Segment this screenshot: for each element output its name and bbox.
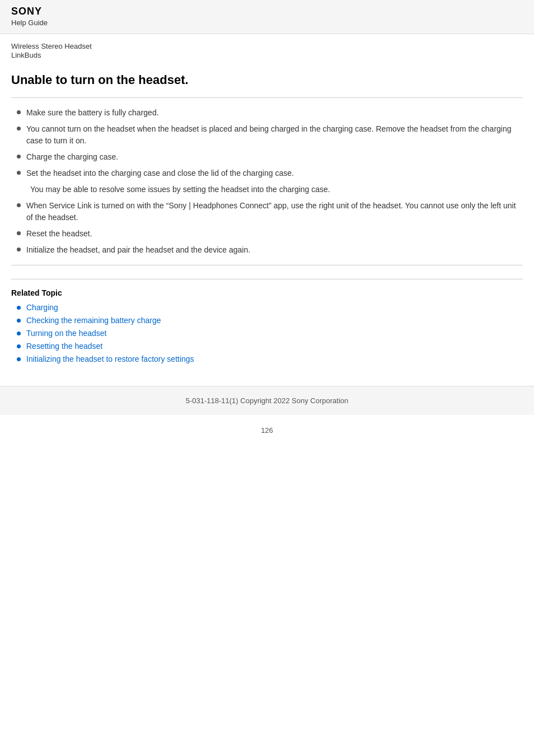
bullet-item: Reset the headset. [11, 228, 523, 240]
bullet-text: Make sure the battery is fully charged. [26, 107, 523, 119]
breadcrumb-device: Wireless Stereo Headset [11, 42, 523, 50]
related-list-item: Checking the remaining battery charge [11, 316, 523, 325]
bullet-text: Charge the charging case. [26, 151, 523, 163]
bullet-item: Charge the charging case. [11, 151, 523, 163]
bullet-dot [17, 248, 21, 251]
related-list: ChargingChecking the remaining battery c… [11, 303, 523, 363]
bullet-subtext-item: You may be able to resolve some issues b… [11, 184, 523, 195]
bullet-text: Set the headset into the charging case a… [26, 167, 523, 179]
page-title: Unable to turn on the headset. [11, 73, 523, 87]
page-number: 126 [0, 415, 534, 440]
bullet-dot [17, 110, 21, 114]
related-dot [17, 306, 21, 310]
bullet-text: You cannot turn on the headset when the … [26, 123, 523, 147]
related-link-0[interactable]: Charging [26, 303, 58, 312]
main-content: Unable to turn on the headset. Make sure… [0, 62, 534, 363]
main-bullet-list: Make sure the battery is fully charged.Y… [11, 107, 523, 256]
bullet-item: Make sure the battery is fully charged. [11, 107, 523, 119]
bottom-divider [11, 265, 523, 265]
top-divider [11, 97, 523, 98]
related-list-item: Resetting the headset [11, 342, 523, 351]
related-section: Related Topic ChargingChecking the remai… [11, 279, 523, 363]
breadcrumb: Wireless Stereo Headset LinkBuds [0, 34, 534, 62]
bullet-dot [17, 155, 21, 158]
bullet-dot [17, 203, 21, 207]
related-dot [17, 344, 21, 348]
header: SONY Help Guide [0, 0, 534, 34]
related-link-4[interactable]: Initializing the headset to restore fact… [26, 354, 194, 363]
bullet-text: When Service Link is turned on with the … [26, 200, 523, 223]
bullet-item: Initialize the headset, and pair the hea… [11, 244, 523, 256]
bullet-dot [17, 231, 21, 235]
bullet-subtext: You may be able to resolve some issues b… [21, 184, 523, 195]
footer-copyright: 5-031-118-11(1) Copyright 2022 Sony Corp… [11, 396, 523, 405]
related-list-item: Charging [11, 303, 523, 312]
related-link-3[interactable]: Resetting the headset [26, 342, 102, 351]
bullet-dot [17, 127, 21, 130]
related-dot [17, 357, 21, 361]
breadcrumb-product: LinkBuds [11, 51, 523, 59]
related-dot [17, 319, 21, 323]
bullet-dot [17, 171, 21, 175]
related-list-item: Initializing the headset to restore fact… [11, 354, 523, 363]
related-topic-title: Related Topic [11, 288, 523, 297]
bullet-item: You cannot turn on the headset when the … [11, 123, 523, 147]
help-guide-label: Help Guide [11, 18, 523, 27]
related-list-item: Turning on the headset [11, 329, 523, 338]
bullet-text: Reset the headset. [26, 228, 523, 240]
bullet-item: When Service Link is turned on with the … [11, 200, 523, 223]
bullet-item: Set the headset into the charging case a… [11, 167, 523, 179]
sony-logo: SONY [11, 6, 523, 17]
related-link-1[interactable]: Checking the remaining battery charge [26, 316, 161, 325]
footer: 5-031-118-11(1) Copyright 2022 Sony Corp… [0, 386, 534, 415]
related-dot [17, 332, 21, 335]
related-link-2[interactable]: Turning on the headset [26, 329, 106, 338]
bullet-text: Initialize the headset, and pair the hea… [26, 244, 523, 256]
